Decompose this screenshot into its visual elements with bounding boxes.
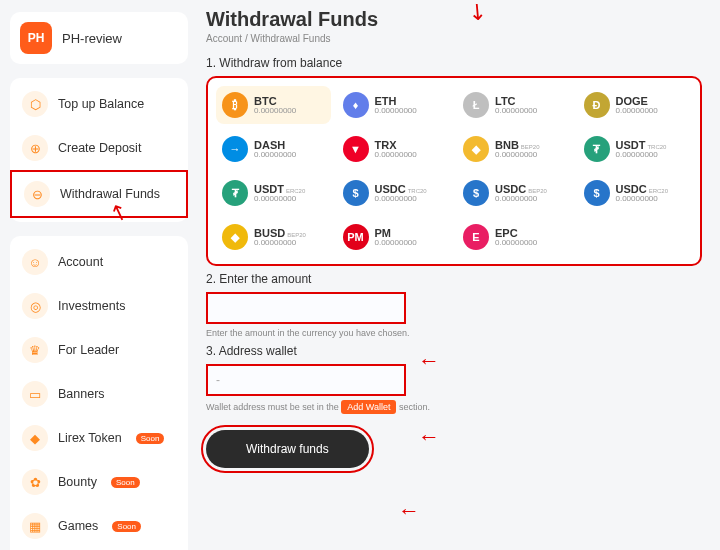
add-wallet-button[interactable]: Add Wallet [341, 400, 396, 414]
currency-balance: 0.00000000 [254, 195, 305, 204]
user-name: PH-review [62, 31, 122, 46]
currency-usdctrc20[interactable]: $ USDCTRC20 0.00000000 [337, 174, 452, 212]
sidebar-item-deposit[interactable]: ⊕ Create Deposit [10, 126, 188, 170]
currency-eth[interactable]: ♦ ETH 0.00000000 [337, 86, 452, 124]
sidebar: PH PH-review ⬡ Top up Balance ⊕ Create D… [0, 0, 198, 550]
currency-symbol: BNBBEP20 [495, 139, 540, 151]
currency-usdcbep20[interactable]: $ USDCBEP20 0.00000000 [457, 174, 572, 212]
currency-usdcerc20[interactable]: $ USDCERC20 0.00000000 [578, 174, 693, 212]
sidebar-item-topup[interactable]: ⬡ Top up Balance [10, 82, 188, 126]
currency-doge[interactable]: Ð DOGE 0.00000000 [578, 86, 693, 124]
currency-balance: 0.00000000 [375, 151, 417, 160]
sidebar-item-label: Lirex Token [58, 431, 122, 445]
page-title: Withdrawal Funds [206, 8, 702, 31]
step2-label: 2. Enter the amount [206, 272, 702, 286]
breadcrumb: Account / Withdrawal Funds [206, 33, 702, 44]
step3-label: 3. Address wallet [206, 344, 702, 358]
currency-balance: 0.00000000 [254, 107, 296, 116]
soon-badge: Soon [112, 521, 141, 532]
sidebar-item-bounty[interactable]: ✿ Bounty Soon [10, 460, 188, 504]
currency-epc[interactable]: E EPC 0.00000000 [457, 218, 572, 256]
coin-icon: Ł [463, 92, 489, 118]
currency-dash[interactable]: → DASH 0.00000000 [216, 130, 331, 168]
sidebar-item-lirex-token[interactable]: ◆ Lirex Token Soon [10, 416, 188, 460]
currency-balance: 0.00000000 [495, 195, 547, 204]
sidebar-item-account[interactable]: ☺ Account [10, 240, 188, 284]
breadcrumb-account-link[interactable]: Account [206, 33, 242, 44]
hexagon-icon: ⬡ [22, 91, 48, 117]
sidebar-item-games[interactable]: ▦ Games Soon [10, 504, 188, 548]
currency-balance: 0.00000000 [375, 107, 417, 116]
coin-icon: Ð [584, 92, 610, 118]
menu-icon: ☺ [22, 249, 48, 275]
currency-balance: 0.00000000 [375, 195, 427, 204]
currency-symbol: USDCBEP20 [495, 183, 547, 195]
sidebar-item-label: Account [58, 255, 103, 269]
sidebar-item-withdrawal[interactable]: ⊖ Withdrawal Funds [10, 170, 188, 218]
sidebar-item-label: Top up Balance [58, 97, 144, 111]
currency-pm[interactable]: PM PM 0.00000000 [337, 218, 452, 256]
menu-group-balance: ⬡ Top up Balance ⊕ Create Deposit ⊖ With… [10, 78, 188, 222]
coin-icon: → [222, 136, 248, 162]
currency-symbol: BUSDBEP20 [254, 227, 306, 239]
coin-icon: ₿ [222, 92, 248, 118]
menu-icon: ▭ [22, 381, 48, 407]
sidebar-item-label: Games [58, 519, 98, 533]
sidebar-item-investments[interactable]: ◎ Investments [10, 284, 188, 328]
currency-btc[interactable]: ₿ BTC 0.00000000 [216, 86, 331, 124]
currency-symbol: PM [375, 227, 417, 239]
currency-balance: 0.00000000 [495, 107, 537, 116]
coin-icon: ▼ [343, 136, 369, 162]
currency-symbol: DASH [254, 139, 296, 151]
coin-icon: PM [343, 224, 369, 250]
withdraw-button[interactable]: Withdraw funds [206, 430, 369, 468]
plus-icon: ⊕ [22, 135, 48, 161]
coin-icon: $ [463, 180, 489, 206]
address-input[interactable]: - [206, 364, 406, 396]
currency-usdterc20[interactable]: ₮ USDTERC20 0.00000000 [216, 174, 331, 212]
coin-icon: ₮ [584, 136, 610, 162]
currency-balance: 0.00000000 [616, 195, 669, 204]
sidebar-item-label: For Leader [58, 343, 119, 357]
sidebar-item-label: Bounty [58, 475, 97, 489]
coin-icon: ₮ [222, 180, 248, 206]
arrow-icon: ← [398, 498, 420, 524]
currency-grid: ₿ BTC 0.00000000 ♦ ETH 0.00000000 Ł LTC … [206, 76, 702, 266]
coin-icon: E [463, 224, 489, 250]
minus-icon: ⊖ [24, 181, 50, 207]
menu-group-main: ☺ Account ◎ Investments ♛ For Leader ▭ B… [10, 236, 188, 550]
step2-help: Enter the amount in the currency you hav… [206, 328, 702, 338]
step3-help: Wallet address must be set in the Add Wa… [206, 400, 702, 414]
currency-balance: 0.00000000 [616, 107, 658, 116]
currency-bnbbep20[interactable]: ◆ BNBBEP20 0.00000000 [457, 130, 572, 168]
sidebar-item-label: Create Deposit [58, 141, 141, 155]
user-card[interactable]: PH PH-review [10, 12, 188, 64]
currency-symbol: USDCERC20 [616, 183, 669, 195]
currency-symbol: USDTERC20 [254, 183, 305, 195]
main-content: Withdrawal Funds Account / Withdrawal Fu… [198, 0, 720, 550]
currency-balance: 0.00000000 [254, 151, 296, 160]
currency-symbol: EPC [495, 227, 537, 239]
currency-busdbep20[interactable]: ◆ BUSDBEP20 0.00000000 [216, 218, 331, 256]
menu-icon: ▦ [22, 513, 48, 539]
coin-icon: ◆ [463, 136, 489, 162]
sidebar-item-label: Banners [58, 387, 105, 401]
currency-usdttrc20[interactable]: ₮ USDTTRC20 0.00000000 [578, 130, 693, 168]
sidebar-item-banners[interactable]: ▭ Banners [10, 372, 188, 416]
currency-ltc[interactable]: Ł LTC 0.00000000 [457, 86, 572, 124]
currency-balance: 0.00000000 [495, 151, 540, 160]
amount-input[interactable] [206, 292, 406, 324]
currency-balance: 0.00000000 [495, 239, 537, 248]
sidebar-item-for-leader[interactable]: ♛ For Leader [10, 328, 188, 372]
soon-badge: Soon [136, 433, 165, 444]
menu-icon: ◎ [22, 293, 48, 319]
currency-symbol: BTC [254, 95, 296, 107]
currency-balance: 0.00000000 [375, 239, 417, 248]
menu-icon: ♛ [22, 337, 48, 363]
coin-icon: $ [584, 180, 610, 206]
menu-icon: ✿ [22, 469, 48, 495]
currency-balance: 0.00000000 [254, 239, 306, 248]
menu-icon: ◆ [22, 425, 48, 451]
currency-trx[interactable]: ▼ TRX 0.00000000 [337, 130, 452, 168]
currency-symbol: USDTTRC20 [616, 139, 667, 151]
